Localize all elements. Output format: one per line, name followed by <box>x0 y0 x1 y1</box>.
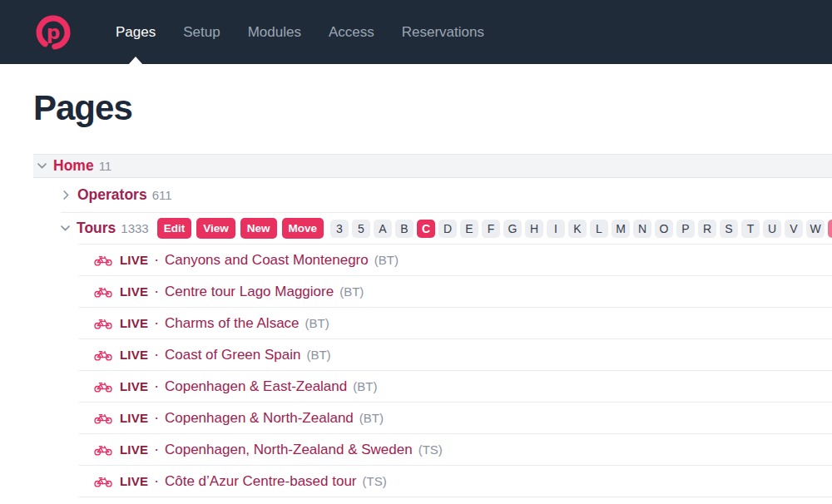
pagination-pill[interactable]: G <box>503 220 522 238</box>
pagination-pill[interactable]: T <box>741 220 760 238</box>
tour-suffix: (BT) <box>305 316 329 330</box>
nav-item-label: Pages <box>116 24 156 40</box>
pagination-pill[interactable]: R <box>698 220 716 238</box>
tour-name-link[interactable]: Côte d’Azur Centre-based tour <box>165 473 357 490</box>
chevron-down-icon[interactable] <box>37 163 47 169</box>
pagination-pill[interactable]: F <box>482 220 500 238</box>
chevron-down-icon[interactable] <box>61 225 70 231</box>
pagination-pill[interactable]: V <box>785 220 803 238</box>
bicycle-icon <box>94 349 112 361</box>
pagination-pill[interactable]: 3 <box>330 220 349 238</box>
pagination-pill[interactable]: P <box>676 220 695 238</box>
home-children: Operators 611 Tours 1333 Edit View New M… <box>61 178 832 244</box>
tour-name-link[interactable]: Coast of Green Spain <box>165 347 300 363</box>
nav-item[interactable]: Access <box>329 24 374 41</box>
pagination-pill[interactable]: K <box>568 220 587 238</box>
action-button[interactable]: Edit <box>157 218 192 239</box>
tour-row: LIVE · Centre tour Lago Maggiore (BT) <box>79 276 832 308</box>
pagination-pill[interactable]: D <box>438 220 457 238</box>
operators-child-count: 611 <box>152 188 172 202</box>
tour-suffix: (BT) <box>306 348 330 362</box>
status-live-badge: LIVE <box>120 316 148 330</box>
pagination-pill[interactable]: 5 <box>352 220 370 238</box>
pagination-pill[interactable]: O <box>655 220 673 238</box>
tour-row: LIVE · Côte d’Azur Centre-based tour (TS… <box>79 466 832 497</box>
tree-row-home: Home 11 <box>33 154 832 178</box>
pagination-pill[interactable]: B <box>395 220 414 238</box>
page-title: Pages <box>33 86 832 129</box>
dot-separator: · <box>154 346 159 363</box>
tours-child-count: 1333 <box>121 221 148 235</box>
home-child-count: 11 <box>99 159 112 173</box>
status-live-badge: LIVE <box>120 379 148 393</box>
operators-page-link[interactable]: Operators <box>77 186 147 204</box>
tree-row-operators: Operators 611 <box>61 178 832 213</box>
nav-item[interactable]: Pages <box>116 24 156 41</box>
chevron-right-icon[interactable] <box>61 190 71 200</box>
pages-tree: Home 11 Operators 611 Tours 1333 Edit Vi… <box>0 154 832 497</box>
tour-name-link[interactable]: Copenhagen & East-Zealand <box>165 378 347 395</box>
dot-separator: · <box>154 472 159 490</box>
dot-separator: · <box>154 378 159 395</box>
action-button[interactable]: New <box>240 218 277 239</box>
pagination-pill[interactable]: H <box>525 220 543 238</box>
tour-row: LIVE · Canyons and Coast Montenegro (BT) <box>79 245 832 276</box>
bicycle-icon <box>94 381 112 393</box>
pagination-pill[interactable]: L <box>590 220 608 238</box>
pagination-pill[interactable]: W <box>806 220 825 238</box>
status-live-badge: LIVE <box>120 442 148 457</box>
tour-name-link[interactable]: Centre tour Lago Maggiore <box>165 284 334 300</box>
dot-separator: · <box>154 283 159 300</box>
logo-icon: p <box>33 12 73 52</box>
pagination-pill[interactable]: S <box>720 220 738 238</box>
pagination-pill[interactable]: A <box>374 220 392 238</box>
status-live-badge: LIVE <box>120 348 148 362</box>
pagination-pill[interactable]: I <box>547 220 565 238</box>
dot-separator: · <box>154 409 159 427</box>
tour-suffix: (TS) <box>418 442 443 457</box>
tree-row-tours: Tours 1333 Edit View New Move 3 5 A B C … <box>61 213 832 244</box>
nav-item[interactable]: Reservations <box>402 24 484 41</box>
pagination-pill[interactable]: M <box>612 220 630 238</box>
tour-name-link[interactable]: Copenhagen, North-Zealand & Sweden <box>165 442 413 458</box>
main-nav: Pages Setup Modules Access Reservations <box>116 24 484 41</box>
nav-item[interactable]: Setup <box>183 24 220 41</box>
bicycle-icon <box>94 444 112 456</box>
app-logo[interactable]: p <box>33 12 73 52</box>
pagination-pill[interactable]: U <box>763 220 781 238</box>
tour-suffix: (BT) <box>353 379 377 393</box>
tour-row: LIVE · Coast of Green Spain (BT) <box>79 339 832 371</box>
tours-page-link[interactable]: Tours <box>77 220 116 237</box>
pagination-pill[interactable]: C <box>417 220 435 238</box>
tour-row: LIVE · Copenhagen, North-Zealand & Swede… <box>79 434 832 466</box>
pagination-pill[interactable]: › <box>828 220 832 238</box>
bicycle-icon <box>94 254 112 266</box>
status-live-badge: LIVE <box>120 411 148 425</box>
tour-suffix: (BT) <box>339 284 364 299</box>
dot-separator: · <box>154 441 159 458</box>
status-live-badge: LIVE <box>120 253 148 267</box>
active-tab-notch <box>128 57 143 65</box>
tour-row: LIVE · Copenhagen & North-Zealand (BT) <box>79 403 832 434</box>
tour-suffix: (TS) <box>363 474 387 488</box>
action-button[interactable]: Move <box>282 218 324 239</box>
bicycle-icon <box>94 318 112 329</box>
pagination-pill[interactable]: E <box>460 220 478 238</box>
tour-name-link[interactable]: Canyons and Coast Montenegro <box>165 252 369 269</box>
tour-name-link[interactable]: Charms of the Alsace <box>165 315 300 332</box>
tour-suffix: (BT) <box>374 253 399 267</box>
status-live-badge: LIVE <box>120 474 148 488</box>
tours-action-buttons: Edit View New Move <box>157 218 324 239</box>
logo-letter: p <box>47 21 60 42</box>
nav-item[interactable]: Modules <box>248 24 301 41</box>
top-nav-bar: p Pages Setup Modules Access Reservation… <box>0 0 832 64</box>
tour-row: LIVE · Copenhagen & East-Zealand (BT) <box>79 371 832 403</box>
action-button[interactable]: View <box>196 218 235 239</box>
nav-item-label: Access <box>329 24 374 40</box>
tour-name-link[interactable]: Copenhagen & North-Zealand <box>165 410 354 427</box>
bicycle-icon <box>94 413 112 424</box>
home-page-link[interactable]: Home <box>53 157 94 175</box>
nav-item-label: Modules <box>248 24 301 40</box>
pagination-pill[interactable]: N <box>633 220 651 238</box>
main-content: Pages Home 11 Operators 611 <box>0 86 832 497</box>
